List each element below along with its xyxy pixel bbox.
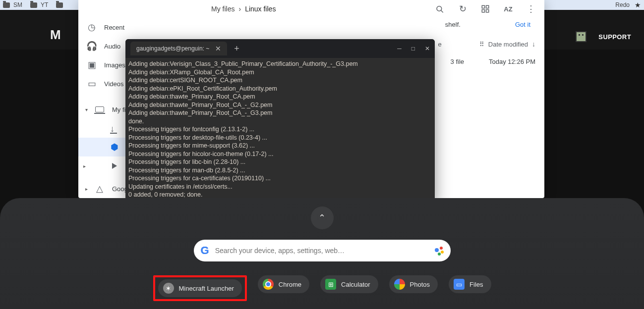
- terminal-output[interactable]: Adding debian:Verisign_Class_3_Public_Pr…: [125, 58, 435, 201]
- svg-rect-3: [486, 5, 489, 8]
- dock-item-minecraft[interactable]: ✶ Minecraft Launcher: [158, 279, 242, 297]
- dock-item-chrome[interactable]: Chrome: [258, 275, 309, 293]
- support-link[interactable]: SUPPORT: [598, 33, 631, 41]
- highlight-annotation: ✶ Minecraft Launcher: [153, 275, 247, 301]
- dock-item-files[interactable]: ▭ Files: [449, 275, 491, 293]
- gdrive-icon: △: [95, 184, 104, 193]
- terminal-tab-title: gaugingadgets@penguin: ~: [136, 45, 209, 53]
- launcher-search[interactable]: G: [194, 240, 451, 261]
- gotit-button[interactable]: Got it: [515, 21, 530, 28]
- search-input[interactable]: [215, 247, 428, 255]
- folder-icon: [56, 2, 63, 8]
- caret-down-icon[interactable]: ▾: [85, 107, 88, 112]
- bookmark-folder[interactable]: YT: [30, 1, 48, 8]
- download-icon: [110, 124, 117, 133]
- sidebar-label: Recent: [104, 24, 124, 31]
- svg-point-0: [437, 6, 442, 11]
- dock-label: Minecraft Launcher: [179, 285, 234, 292]
- svg-rect-2: [482, 5, 484, 8]
- bookmark-label: SM: [13, 1, 22, 8]
- close-icon[interactable]: ✕: [425, 45, 430, 53]
- play-icon: [110, 161, 119, 170]
- chrome-icon: [263, 279, 274, 290]
- close-tab-icon[interactable]: ✕: [215, 45, 221, 53]
- minecraft-icon: ✶: [163, 283, 174, 294]
- sidebar-label: Audio: [104, 43, 120, 50]
- bookmark-redo[interactable]: Redo: [615, 1, 630, 8]
- terminal-tabbar: gaugingadgets@penguin: ~ ✕ + ─ □ ✕: [125, 39, 435, 58]
- dock-item-photos[interactable]: Photos: [389, 275, 438, 293]
- image-icon: ▣: [87, 60, 96, 69]
- calculator-icon: ⊞: [325, 279, 336, 290]
- folder-icon: [30, 2, 37, 8]
- bookmark-label: YT: [41, 1, 48, 8]
- column-type[interactable]: e: [438, 41, 442, 48]
- google-g-icon: G: [201, 244, 209, 257]
- new-tab-icon[interactable]: +: [234, 45, 239, 53]
- svg-line-1: [441, 10, 443, 12]
- file-type: 3 file: [451, 58, 464, 65]
- terminal-window: gaugingadgets@penguin: ~ ✕ + ─ □ ✕ Addin…: [125, 39, 435, 203]
- info-banner: shelf. Got it: [214, 18, 537, 37]
- svg-rect-4: [482, 10, 484, 12]
- photos-icon: [394, 279, 405, 290]
- file-date: Today 12:26 PM: [489, 58, 535, 65]
- chevron-up-icon: ⌃: [318, 212, 326, 223]
- assistant-icon[interactable]: [434, 246, 444, 256]
- svg-rect-5: [486, 10, 489, 12]
- search-icon[interactable]: [435, 4, 444, 13]
- dock-label: Photos: [410, 281, 430, 288]
- info-text: shelf.: [445, 21, 461, 28]
- dock-label: Chrome: [279, 281, 301, 288]
- dock-label: Calculator: [341, 281, 370, 288]
- headphones-icon: 🎧: [87, 42, 96, 51]
- breadcrumb-current: Linux files: [245, 5, 276, 13]
- caret-right-icon[interactable]: ▸: [83, 163, 86, 169]
- sidebar-label: Images: [104, 61, 125, 69]
- launcher-dock: ✶ Minecraft Launcher Chrome ⊞ Calculator…: [153, 275, 491, 301]
- sort-desc-icon[interactable]: ↓: [532, 40, 535, 48]
- minecraft-logo: M: [50, 27, 60, 43]
- more-icon[interactable]: ⋮: [527, 4, 535, 13]
- dock-label: Files: [469, 281, 483, 288]
- sort-az-icon[interactable]: AZ: [504, 4, 513, 13]
- sidebar-item-recent[interactable]: ◷Recent: [78, 18, 207, 37]
- bookmark-folder[interactable]: SM: [3, 1, 22, 8]
- breadcrumb: My files › Linux files: [211, 5, 276, 13]
- bookmark-folder[interactable]: [56, 2, 64, 8]
- grid-view-icon[interactable]: [481, 4, 490, 13]
- maximize-icon[interactable]: □: [411, 45, 415, 53]
- star-icon[interactable]: ★: [635, 1, 641, 9]
- folder-icon: [3, 2, 10, 8]
- column-date[interactable]: Date modified: [488, 41, 528, 48]
- files-header: My files › Linux files ↻ AZ ⋮: [78, 0, 544, 18]
- dock-item-calculator[interactable]: ⊞ Calculator: [320, 275, 378, 293]
- laptop-icon: [95, 105, 104, 114]
- video-icon: ▭: [87, 79, 96, 88]
- caret-right-icon[interactable]: ▸: [85, 186, 88, 192]
- breadcrumb-root[interactable]: My files: [211, 5, 234, 13]
- villager-icon: [576, 31, 586, 42]
- chevron-right-icon: ›: [238, 5, 241, 13]
- refresh-icon[interactable]: ↻: [458, 4, 467, 13]
- minimize-icon[interactable]: ─: [397, 45, 402, 53]
- files-icon: ▭: [454, 279, 465, 290]
- app-launcher: ⌃ G ✶ Minecraft Launcher Chrome ⊞ Calcul…: [0, 198, 644, 309]
- terminal-tab[interactable]: gaugingadgets@penguin: ~ ✕: [130, 42, 227, 56]
- sidebar-label: Videos: [104, 80, 124, 88]
- drag-handle-icon[interactable]: ⠿: [479, 41, 484, 48]
- recent-icon: ◷: [87, 23, 96, 32]
- linux-icon: ⬢: [110, 143, 119, 152]
- expand-launcher-button[interactable]: ⌃: [311, 207, 333, 229]
